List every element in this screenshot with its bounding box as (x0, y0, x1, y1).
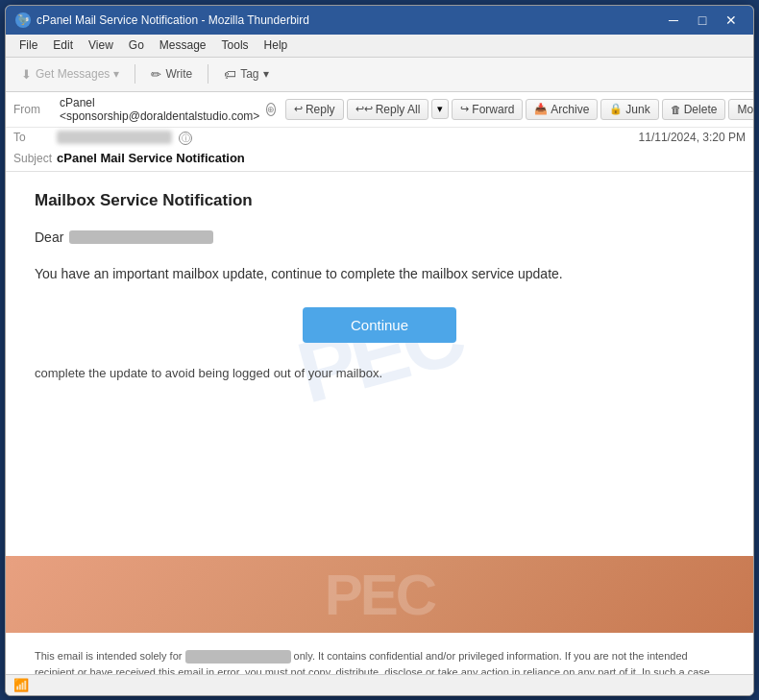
get-messages-icon: ⬇ (21, 67, 32, 82)
close-button[interactable]: ✕ (719, 11, 744, 30)
to-redacted (57, 131, 172, 144)
junk-button[interactable]: 🔒 Junk (600, 99, 658, 120)
email-heading: Mailbox Service Notification (35, 191, 724, 210)
email-header: From cPanel <sponsorship@doraldentalstud… (6, 92, 753, 173)
email-body: PEC Mailbox Service Notification Dear Yo… (6, 172, 753, 674)
app-window: 🦤 cPanel Mail Service Notification - Moz… (5, 5, 754, 696)
tag-icon: 🏷 (224, 67, 236, 82)
menu-bar: File Edit View Go Message Tools Help (6, 35, 753, 58)
tag-button[interactable]: 🏷 Tag ▾ (216, 64, 276, 84)
toolbar-separator-2 (208, 64, 208, 84)
toolbar-separator-1 (135, 64, 135, 84)
write-icon: ✏ (151, 67, 161, 82)
reply-icon: ↩ (294, 103, 303, 115)
minimize-button[interactable]: ─ (661, 11, 686, 30)
disclaimer-text: This email is intended solely for only. … (35, 648, 724, 674)
archive-label: Archive (551, 103, 589, 116)
reply-all-icon: ↩↩ (355, 103, 373, 115)
main-toolbar: ⬇ Get Messages ▾ ✏ Write 🏷 Tag ▾ (6, 58, 753, 92)
menu-message[interactable]: Message (152, 36, 214, 54)
get-messages-button[interactable]: ⬇ Get Messages ▾ (13, 64, 127, 84)
write-label: Write (165, 67, 192, 81)
forward-label: Forward (472, 103, 514, 116)
email-subject-row: Subject cPanel Mail Service Notification (6, 148, 753, 171)
archive-icon: 📥 (534, 103, 548, 115)
dear-prefix: Dear (35, 229, 63, 245)
archive-button[interactable]: 📥 Archive (526, 99, 598, 120)
body-paragraph: You have an important mailbox update, co… (35, 264, 724, 284)
email-content: PEC Mailbox Service Notification Dear Yo… (6, 172, 753, 556)
get-messages-label: Get Messages (36, 67, 110, 81)
menu-go[interactable]: Go (121, 36, 152, 54)
email-date: 11/11/2024, 3:20 PM (639, 131, 746, 144)
disclaimer-redacted (185, 650, 291, 664)
status-bar: 📶 (6, 674, 753, 695)
reply-all-button[interactable]: ↩↩ Reply All (347, 99, 429, 120)
app-icon: 🦤 (15, 12, 31, 28)
more-button[interactable]: More ▾ (728, 99, 754, 120)
privacy-icon[interactable]: ⊕ (266, 103, 276, 116)
tag-label: Tag (240, 67, 258, 81)
reply-button[interactable]: ↩ Reply (285, 99, 344, 120)
delete-icon: 🗑 (671, 104, 681, 115)
to-value: ⓘ (57, 131, 639, 146)
title-bar: 🦤 cPanel Mail Service Notification - Moz… (6, 6, 753, 35)
write-button[interactable]: ✏ Write (143, 64, 200, 84)
from-value: cPanel <sponsorship@doraldentalstudio.co… (60, 96, 259, 123)
email-from-row: From cPanel <sponsorship@doraldentalstud… (6, 92, 753, 128)
email-to-row: To ⓘ 11/11/2024, 3:20 PM (6, 128, 753, 149)
delete-button[interactable]: 🗑 Delete (662, 99, 726, 120)
junk-label: Junk (625, 103, 649, 116)
delete-label: Delete (684, 103, 718, 116)
reply-all-dropdown[interactable]: ▾ (431, 99, 449, 119)
menu-view[interactable]: View (81, 36, 121, 54)
to-label: To (13, 131, 57, 144)
forward-icon: ↪ (460, 103, 469, 115)
tag-dropdown-icon: ▾ (263, 67, 269, 81)
subject-label: Subject (13, 152, 57, 165)
menu-file[interactable]: File (12, 36, 45, 54)
reply-all-label: Reply All (376, 103, 421, 116)
subject-value: cPanel Mail Service Notification (57, 151, 245, 165)
from-label: From (13, 103, 57, 116)
to-privacy-icon[interactable]: ⓘ (179, 132, 192, 145)
forward-button[interactable]: ↪ Forward (452, 99, 523, 120)
continue-button-wrapper: Continue (35, 307, 724, 343)
email-main-content: Mailbox Service Notification Dear You ha… (35, 191, 724, 380)
window-title: cPanel Mail Service Notification - Mozil… (37, 13, 661, 27)
continue-button[interactable]: Continue (303, 307, 456, 343)
junk-icon: 🔒 (609, 103, 623, 115)
more-label: More (737, 103, 754, 116)
maximize-button[interactable]: □ (690, 11, 715, 30)
menu-help[interactable]: Help (257, 36, 296, 54)
menu-tools[interactable]: Tools (214, 36, 257, 54)
footer-banner: PEC (6, 556, 753, 633)
recipient-name-redacted (69, 230, 213, 244)
wifi-icon: 📶 (13, 678, 29, 692)
menu-edit[interactable]: Edit (45, 36, 81, 54)
window-controls: ─ □ ✕ (661, 11, 744, 30)
get-messages-dropdown-icon: ▾ (113, 67, 119, 81)
footer-paragraph: complete the update to avoid being logge… (35, 366, 724, 380)
banner-watermark: PEC (325, 562, 434, 628)
disclaimer-section: This email is intended solely for only. … (6, 648, 753, 674)
dear-line: Dear (35, 229, 724, 245)
reply-label: Reply (306, 103, 335, 116)
